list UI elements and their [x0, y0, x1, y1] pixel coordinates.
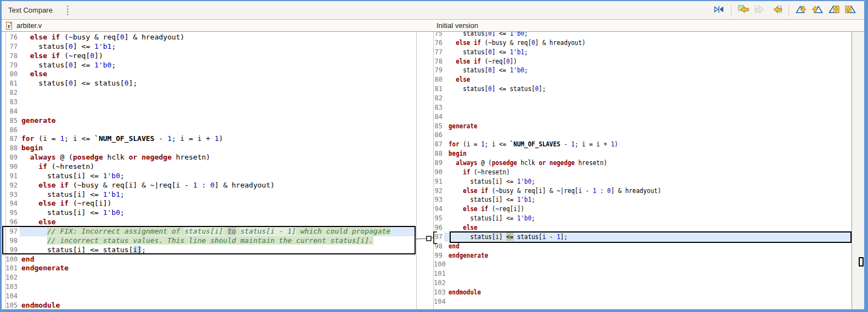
line-number: 77: [2, 42, 20, 52]
verilog-file-icon: v: [5, 21, 13, 30]
right-code-pane[interactable]: 75 status[0] <= 1'b0;76 else if (~busy &…: [434, 32, 852, 309]
line-number: 100: [2, 255, 20, 264]
code-line: 89 always @ (posedge hclk or negedge hre…: [434, 158, 852, 168]
code-line: 90 if (~hresetn): [434, 168, 852, 177]
line-number: 86: [434, 131, 444, 140]
line-number: 103: [2, 282, 20, 292]
line-number: 99: [434, 251, 444, 260]
line-number: 97: [2, 227, 20, 236]
next-difference-button[interactable]: [794, 4, 808, 16]
code-line: 99 status[i] <= status[i];: [2, 246, 416, 255]
overview-ruler[interactable]: [852, 32, 864, 309]
left-file-name: arbiter.v: [16, 21, 42, 30]
copy-current-change-right-to-left-icon: [770, 4, 782, 16]
code-line: 104: [2, 292, 416, 301]
code-line: 103: [2, 282, 416, 292]
line-number: 89: [2, 153, 20, 162]
line-number: 87: [434, 140, 444, 149]
code-line: 96 else: [2, 218, 416, 227]
line-number: 94: [2, 199, 20, 208]
code-line: 96 else: [434, 223, 852, 232]
line-number: 95: [2, 208, 20, 218]
code-line: 101: [434, 269, 852, 279]
code-line: 86: [2, 126, 416, 135]
code-line: 82: [2, 88, 416, 98]
right-file-label: Initial version: [436, 20, 478, 31]
code-line: 98end: [434, 242, 852, 251]
previous-change-button[interactable]: [843, 4, 858, 16]
left-file-label: v arbiter.v: [5, 20, 42, 31]
line-number: 76: [2, 33, 20, 42]
diff-connector-handle[interactable]: [427, 236, 431, 241]
line-number: 82: [434, 94, 444, 103]
code-line: 91 status[i] <= 1'b0;: [434, 177, 852, 186]
toolbar-separator: [731, 5, 731, 15]
copy-all-nonconflicting-right-to-left-button[interactable]: [736, 4, 751, 16]
compare-editor-header: Text Compare: [2, 1, 864, 20]
text-compare-window: Text Compare v arbiter.v Initial version…: [0, 0, 868, 312]
code-line: 86: [434, 131, 852, 140]
line-number: 86: [2, 126, 20, 135]
compare-toolbar: [712, 4, 858, 16]
code-line: 85generate: [434, 122, 852, 131]
previous-difference-icon: [812, 4, 824, 16]
copy-current-change-right-to-left-button[interactable]: [769, 4, 784, 16]
next-change-icon: [828, 4, 840, 16]
line-number: 102: [434, 279, 444, 288]
line-number: 92: [434, 186, 444, 196]
next-difference-icon: [795, 4, 807, 16]
copy-current-change-left-to-right-button[interactable]: [753, 4, 767, 16]
window-border: [864, 0, 868, 312]
window-border: [0, 309, 868, 312]
code-line: 104: [434, 297, 852, 307]
left-code-pane[interactable]: 76 else if (~busy & req[0] & hreadyout)7…: [2, 32, 416, 309]
code-line: 85generate: [2, 116, 416, 126]
previous-difference-button[interactable]: [810, 4, 825, 16]
line-number: 78: [2, 52, 20, 61]
swap-left-and-right-icon: [713, 4, 725, 16]
code-line: 77 status[0] <= 1'b1;: [434, 48, 852, 57]
line-number: 94: [434, 205, 444, 214]
diff-overview-marker[interactable]: [859, 257, 864, 266]
code-line: 101endgenerate: [2, 264, 416, 273]
code-line: 95 status[i] <= 1'b0;: [434, 214, 852, 223]
code-line: 99endgenerate: [434, 251, 852, 260]
window-border: [0, 0, 2, 312]
line-number: 84: [2, 107, 20, 116]
code-line: 90 if (~hresetn): [2, 162, 416, 172]
line-number: 83: [434, 103, 444, 112]
code-line: 93 status[i] <= 1'b1;: [434, 195, 852, 205]
code-line: 92 else if (~busy & req[i] & ~|req[i - 1…: [434, 186, 852, 196]
line-number: 83: [2, 98, 20, 107]
window-border: [0, 0, 868, 1]
code-line: 98 // incorrect status values. This line…: [2, 236, 416, 246]
copy-current-change-left-to-right-icon: [754, 4, 766, 16]
line-number: 104: [2, 292, 20, 301]
next-change-button[interactable]: [827, 4, 841, 16]
line-number: 102: [2, 273, 20, 282]
diff-connector[interactable]: [413, 230, 439, 246]
code-line: 91 status[i] <= 1'b0;: [2, 172, 416, 181]
code-line: 84: [434, 112, 852, 122]
code-line: 100end: [2, 255, 416, 264]
code-line: 84: [2, 107, 416, 116]
code-line: 102: [434, 279, 852, 288]
code-line: 100: [434, 260, 852, 269]
line-number: 100: [434, 260, 444, 269]
code-line: 94 else if (~req[i]): [434, 205, 852, 214]
line-number: 82: [2, 88, 20, 98]
line-number: 96: [2, 218, 20, 227]
swap-left-and-right-button[interactable]: [712, 4, 726, 16]
line-number: 78: [434, 57, 444, 66]
pane-divider: [416, 32, 417, 309]
line-number: 103: [434, 288, 444, 297]
line-number: 77: [434, 48, 444, 57]
line-number: 91: [434, 177, 444, 186]
line-number: 79: [2, 61, 20, 70]
toolbar-separator: [788, 5, 789, 15]
line-number: 93: [2, 190, 20, 200]
line-number: 79: [434, 66, 444, 75]
page-title: Text Compare: [8, 6, 53, 14]
code-line: 89 always @ (posedge hclk or negedge hre…: [2, 153, 416, 162]
code-line: 88begin: [2, 144, 416, 153]
